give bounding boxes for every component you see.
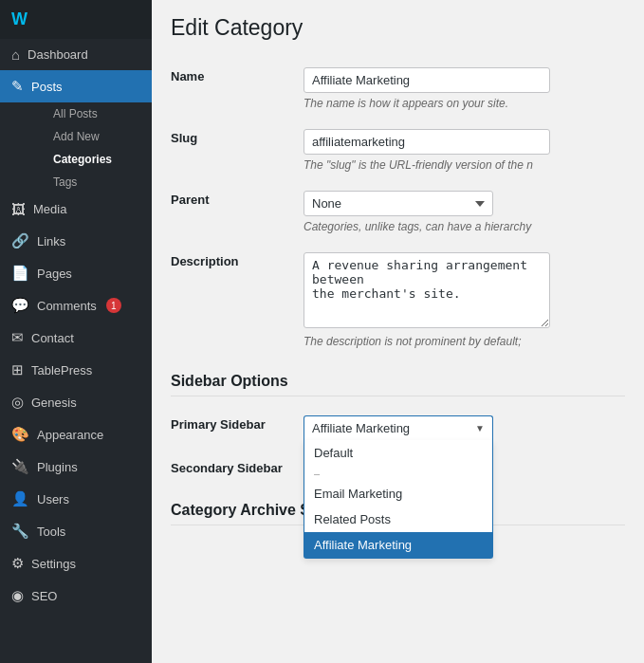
sidebar-item-appearance[interactable]: 🎨 Appearance <box>0 418 152 451</box>
wp-icon: W <box>11 9 28 29</box>
tools-icon: 🔧 <box>11 523 29 540</box>
parent-field-cell: None Categories, unlike tags, can have a… <box>304 181 625 243</box>
genesis-icon: ◎ <box>11 394 24 411</box>
dropdown-selected[interactable]: Affiliate Marketing ▼ <box>304 415 493 440</box>
sidebar-options-form: Primary Sidebar Affiliate Marketing ▼ De… <box>171 406 625 487</box>
dropdown-separator: – <box>304 466 492 481</box>
dropdown-option-affiliate-marketing[interactable]: Affiliate Marketing <box>304 532 492 558</box>
slug-hint: The "slug" is the URL-friendly version o… <box>304 158 625 172</box>
sidebar-item-label: Dashboard <box>28 47 88 62</box>
sidebar-item-tablepress[interactable]: ⊞ TablePress <box>0 354 152 386</box>
dropdown-option-default[interactable]: Default <box>304 440 492 466</box>
parent-select[interactable]: None <box>304 191 493 216</box>
sidebar-item-dashboard[interactable]: ⌂ Dashboard <box>0 39 152 70</box>
sidebar-sub-tags[interactable]: Tags <box>27 171 152 193</box>
sidebar-item-label: Settings <box>31 557 76 571</box>
primary-sidebar-cell: Affiliate Marketing ▼ Default – Email Ma… <box>304 406 625 450</box>
primary-sidebar-row: Primary Sidebar Affiliate Marketing ▼ De… <box>171 406 625 450</box>
name-label: Name <box>171 58 304 120</box>
edit-category-form: Name The name is how it appears on your … <box>171 58 625 358</box>
main-content: Edit Category Name The name is how it ap… <box>152 0 644 663</box>
sidebar-item-label: Genesis <box>31 396 77 410</box>
sidebar-item-settings[interactable]: ⚙ Settings <box>0 547 152 580</box>
wp-logo: W <box>0 0 152 39</box>
sidebar-item-label: Links <box>37 234 65 249</box>
slug-label: Slug <box>171 120 304 181</box>
settings-icon: ⚙ <box>11 555 24 572</box>
sidebar-item-label: Appearance <box>37 428 103 442</box>
sidebar-item-label: Posts <box>31 80 63 94</box>
posts-icon: ✎ <box>11 78 24 95</box>
slug-input[interactable] <box>304 129 550 155</box>
description-field-cell: A revenue sharing arrangement between th… <box>304 243 625 358</box>
name-field-cell: The name is how it appears on your site. <box>304 58 625 120</box>
dropdown-list: Default – Email Marketing Related Posts … <box>304 440 493 559</box>
sidebar-item-plugins[interactable]: 🔌 Plugins <box>0 451 152 483</box>
sidebar-item-label: TablePress <box>31 363 92 378</box>
sidebar-item-label: Plugins <box>37 460 78 474</box>
parent-hint: Categories, unlike tags, can have a hier… <box>304 220 625 233</box>
name-row: Name The name is how it appears on your … <box>171 58 625 120</box>
name-input[interactable] <box>304 67 550 93</box>
sidebar-sub-add-new[interactable]: Add New <box>27 125 152 148</box>
sidebar-item-media[interactable]: 🖼 Media <box>0 193 152 225</box>
sidebar-sub-all-posts[interactable]: All Posts <box>27 102 152 125</box>
sidebar-item-comments[interactable]: 💬 Comments 1 <box>0 289 152 322</box>
seo-icon: ◉ <box>11 587 24 604</box>
secondary-sidebar-label: Secondary Sidebar <box>171 450 304 487</box>
description-row: Description A revenue sharing arrangemen… <box>171 243 625 358</box>
sidebar-item-label: Pages <box>37 267 72 281</box>
sidebar-item-label: Comments <box>37 299 97 313</box>
sidebar-item-label: SEO <box>31 589 57 603</box>
page-title: Edit Category <box>171 15 625 41</box>
description-textarea[interactable]: A revenue sharing arrangement between th… <box>304 252 550 328</box>
primary-sidebar-label: Primary Sidebar <box>171 406 304 450</box>
sidebar-options-title: Sidebar Options <box>171 373 625 396</box>
contact-icon: ✉ <box>11 329 24 346</box>
dashboard-icon: ⌂ <box>11 46 20 63</box>
sidebar-item-label: Users <box>37 492 69 506</box>
sidebar-item-contact[interactable]: ✉ Contact <box>0 322 152 354</box>
appearance-icon: 🎨 <box>11 426 29 443</box>
sidebar-item-pages[interactable]: 📄 Pages <box>0 257 152 289</box>
dropdown-selected-text: Affiliate Marketing <box>312 421 410 435</box>
dropdown-option-related-posts[interactable]: Related Posts <box>304 506 492 532</box>
parent-label: Parent <box>171 181 304 243</box>
sidebar-item-label: Media <box>33 202 66 216</box>
tablepress-icon: ⊞ <box>11 361 24 378</box>
slug-row: Slug The "slug" is the URL-friendly vers… <box>171 120 625 181</box>
slug-field-cell: The "slug" is the URL-friendly version o… <box>304 120 625 181</box>
sidebar-item-genesis[interactable]: ◎ Genesis <box>0 386 152 418</box>
sidebar-item-tools[interactable]: 🔧 Tools <box>0 515 152 547</box>
sidebar-sub-categories[interactable]: Categories <box>27 148 152 171</box>
primary-sidebar-dropdown[interactable]: Affiliate Marketing ▼ Default – Email Ma… <box>304 415 493 440</box>
sidebar-item-posts[interactable]: ✎ Posts <box>0 70 152 102</box>
name-hint: The name is how it appears on your site. <box>304 97 625 110</box>
parent-row: Parent None Categories, unlike tags, can… <box>171 181 625 243</box>
description-label: Description <box>171 243 304 358</box>
links-icon: 🔗 <box>11 232 29 249</box>
sidebar-item-label: Contact <box>31 331 74 345</box>
comments-icon: 💬 <box>11 297 29 314</box>
posts-submenu: All Posts Add New Categories Tags <box>0 102 152 193</box>
sidebar-item-links[interactable]: 🔗 Links <box>0 225 152 257</box>
pages-icon: 📄 <box>11 265 29 282</box>
dropdown-option-email-marketing[interactable]: Email Marketing <box>304 481 492 506</box>
description-hint: The description is not prominent by defa… <box>304 335 625 348</box>
media-icon: 🖼 <box>11 201 26 217</box>
sidebar-item-label: Tools <box>37 525 65 539</box>
sidebar-item-users[interactable]: 👤 Users <box>0 483 152 515</box>
plugins-icon: 🔌 <box>11 458 29 475</box>
dropdown-arrow-icon: ▼ <box>475 423 485 433</box>
users-icon: 👤 <box>11 490 29 507</box>
sidebar-item-seo[interactable]: ◉ SEO <box>0 580 152 612</box>
sidebar: W ⌂ Dashboard ✎ Posts All Posts Add New … <box>0 0 152 663</box>
comments-badge: 1 <box>106 298 121 313</box>
